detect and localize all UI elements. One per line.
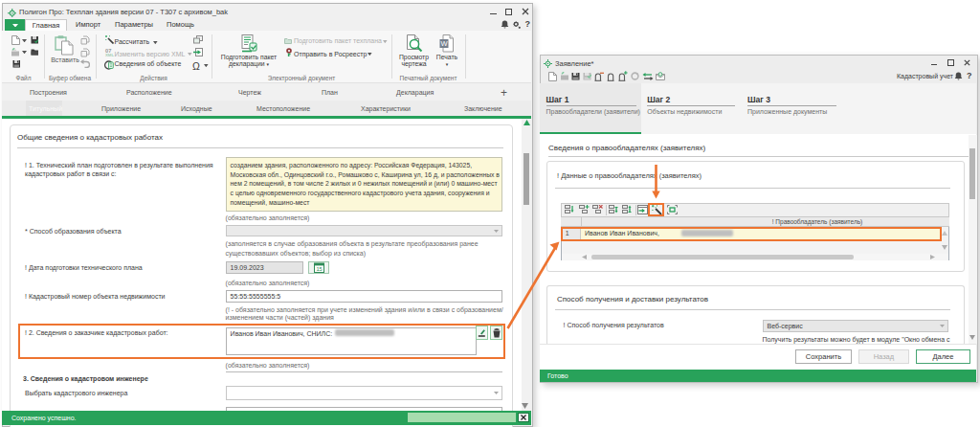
svg-text:W: W xyxy=(440,39,448,48)
svg-text:15: 15 xyxy=(316,266,322,272)
